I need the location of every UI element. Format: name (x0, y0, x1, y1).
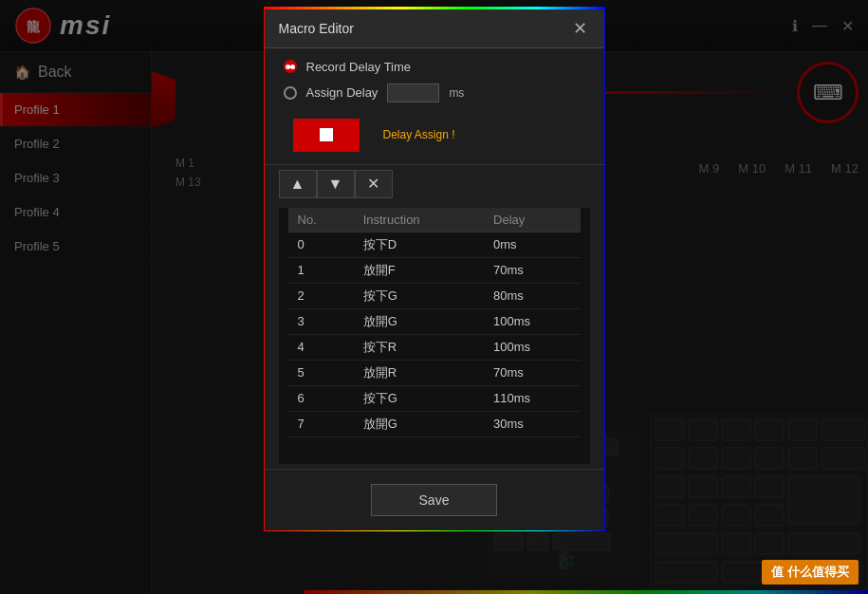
cell-delay: 70ms (484, 257, 580, 283)
cell-delay: 0ms (484, 232, 580, 257)
table-row[interactable]: 3 放開G 100ms (288, 308, 581, 334)
cell-instruction: 放開G (354, 308, 484, 334)
macro-options: Record Delay Time Assign Delay ms (265, 48, 604, 114)
table-row[interactable]: 6 按下G 110ms (288, 385, 581, 411)
table-row[interactable]: 2 按下G 80ms (288, 283, 581, 308)
record-delay-label: Record Delay Time (306, 60, 412, 74)
save-button[interactable]: Save (371, 484, 498, 516)
macro-editor-title: Macro Editor (279, 21, 354, 36)
record-delay-radio[interactable] (284, 60, 297, 73)
table-toolbar: ▲ ▼ ✕ (265, 164, 604, 203)
move-down-button[interactable]: ▼ (317, 170, 355, 198)
macro-editor-header: Macro Editor ✕ (265, 9, 604, 48)
watermark: 值 什么值得买 (762, 560, 859, 585)
cell-instruction: 按下R (354, 334, 484, 360)
cell-delay: 110ms (484, 385, 580, 411)
assign-delay-radio[interactable] (284, 86, 297, 100)
macro-editor-close-button[interactable]: ✕ (571, 19, 590, 38)
ms-label: ms (449, 86, 464, 100)
assign-delay-input[interactable] (387, 84, 439, 102)
col-header-delay: Delay (484, 208, 580, 232)
cell-no: 3 (288, 308, 354, 334)
cell-delay: 100ms (484, 334, 580, 360)
move-up-button[interactable]: ▲ (279, 170, 317, 198)
cell-no: 1 (288, 257, 354, 283)
macro-editor: Macro Editor ✕ Record Delay Time Assign … (264, 7, 605, 531)
table-row[interactable]: 0 按下D 0ms (288, 232, 581, 257)
delete-row-button[interactable]: ✕ (355, 170, 393, 198)
cell-no: 5 (288, 360, 354, 385)
macro-table: No. Instruction Delay 0 按下D 0ms 1 放開F 70… (288, 208, 581, 437)
cell-delay: 70ms (484, 360, 580, 385)
cell-delay: 80ms (484, 283, 580, 308)
table-row[interactable]: 1 放開F 70ms (288, 257, 581, 283)
assign-delay-label: Assign Delay (306, 85, 379, 100)
macro-table-wrap: No. Instruction Delay 0 按下D 0ms 1 放開F 70… (279, 208, 590, 464)
cell-instruction: 放開F (354, 257, 484, 283)
delay-assign-warning: Delay Assign ! (383, 128, 455, 141)
col-header-no: No. (288, 208, 354, 232)
app-window: 龍 msi GAMING CENTER ℹ — ✕ 🏠 Back Profile… (0, 0, 868, 594)
cell-no: 7 (288, 411, 354, 436)
cell-instruction: 按下G (354, 385, 484, 411)
cell-instruction: 放開R (354, 360, 484, 385)
record-button-row: Delay Assign ! (265, 114, 604, 164)
save-btn-wrap: Save (265, 469, 604, 530)
table-row[interactable]: 4 按下R 100ms (288, 334, 581, 360)
record-button[interactable] (293, 119, 360, 152)
cell-no: 6 (288, 385, 354, 411)
cell-no: 0 (288, 232, 354, 257)
cell-instruction: 按下G (354, 283, 484, 308)
record-icon (320, 128, 333, 141)
cell-delay: 100ms (484, 308, 580, 334)
cell-no: 4 (288, 334, 354, 360)
col-header-instruction: Instruction (354, 208, 484, 232)
table-row[interactable]: 7 放開G 30ms (288, 411, 581, 436)
assign-delay-row: Assign Delay ms (284, 84, 585, 102)
record-delay-row: Record Delay Time (284, 60, 585, 74)
table-row[interactable]: 5 放開R 70ms (288, 360, 581, 385)
modal-overlay: Macro Editor ✕ Record Delay Time Assign … (0, 0, 868, 594)
cell-instruction: 放開G (354, 411, 484, 436)
cell-instruction: 按下D (354, 232, 484, 257)
cell-delay: 30ms (484, 411, 580, 436)
cell-no: 2 (288, 283, 354, 308)
